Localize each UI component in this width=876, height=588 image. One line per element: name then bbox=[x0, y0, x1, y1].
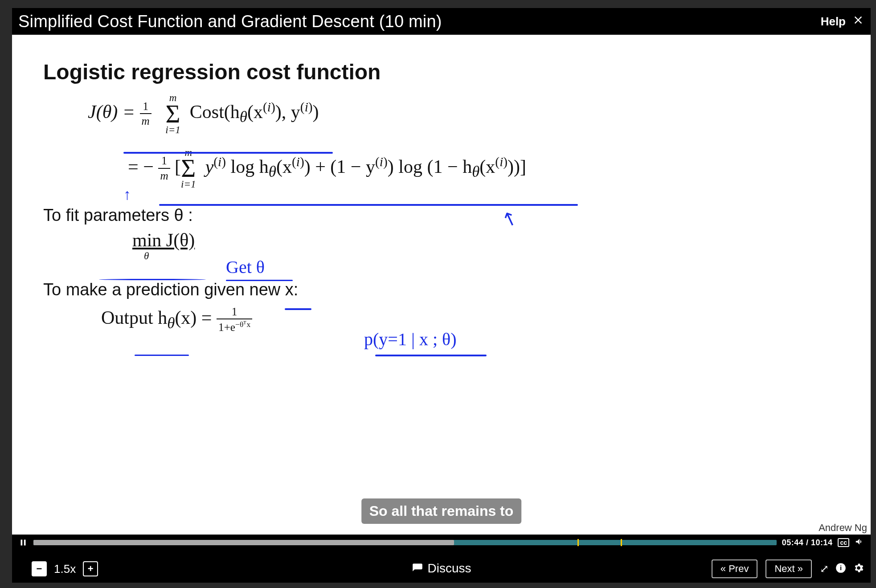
close-icon[interactable] bbox=[852, 14, 864, 29]
speed-decrease-button[interactable]: − bbox=[32, 561, 47, 576]
slide-attribution: Andrew Ng bbox=[819, 522, 867, 534]
speed-label: 1.5x bbox=[54, 562, 76, 576]
equation-1: J(θ) = 1m mΣi=1 Cost(hθ(x(i)), y(i)) bbox=[88, 93, 839, 135]
progress-marker bbox=[621, 539, 622, 546]
video-player: Simplified Cost Function and Gradient De… bbox=[12, 8, 871, 583]
titlebar-right: Help bbox=[821, 14, 864, 29]
progress-played bbox=[33, 540, 454, 545]
help-link[interactable]: Help bbox=[821, 15, 846, 29]
fullscreen-icon[interactable]: ⤢ bbox=[820, 563, 829, 575]
prev-button[interactable]: « Prev bbox=[712, 559, 758, 578]
slide-content: Logistic regression cost function J(θ) =… bbox=[12, 35, 871, 535]
annotation-line bbox=[159, 204, 578, 206]
pause-icon[interactable] bbox=[18, 538, 28, 547]
volume-icon[interactable] bbox=[855, 537, 864, 548]
annotation-line bbox=[375, 355, 487, 356]
output-expr: Output hθ(x) = 11+e−θᵀx bbox=[101, 305, 839, 335]
caption-box: So all that remains to bbox=[361, 498, 522, 524]
cc-toggle[interactable]: cc bbox=[838, 538, 849, 547]
annotation-arrow: ↑ bbox=[123, 186, 131, 203]
annotation-line bbox=[99, 279, 206, 280]
title-bar: Simplified Cost Function and Gradient De… bbox=[12, 8, 871, 35]
bottom-row: − 1.5x + Discuss « Prev Next » ⤢ i bbox=[18, 559, 864, 578]
speed-increase-button[interactable]: + bbox=[83, 561, 98, 576]
slide-heading: Logistic regression cost function bbox=[43, 60, 839, 84]
next-button[interactable]: Next » bbox=[765, 559, 812, 578]
time-display: 05:44 / 10:14 bbox=[782, 538, 833, 547]
fit-parameters-text: To fit parameters θ : bbox=[43, 206, 839, 225]
info-icon[interactable]: i bbox=[835, 562, 847, 576]
gear-icon[interactable] bbox=[853, 562, 864, 576]
equation-2: = − 1m [mΣi=1 y(i) log hθ(x(i)) + (1 − y… bbox=[128, 148, 839, 189]
predict-text: To make a prediction given new x: bbox=[43, 280, 839, 299]
speed-controls: − 1.5x + bbox=[32, 561, 98, 576]
video-title: Simplified Cost Function and Gradient De… bbox=[18, 12, 442, 31]
discuss-link[interactable]: Discuss bbox=[411, 561, 471, 576]
svg-text:i: i bbox=[840, 564, 842, 572]
annotation-line bbox=[135, 355, 189, 356]
annotation-get-theta: Get θ bbox=[226, 257, 265, 278]
nav-group: « Prev Next » ⤢ i bbox=[712, 559, 864, 578]
controls-bar: 05:44 / 10:14 cc − 1.5x + Discuss « Prev… bbox=[12, 535, 871, 583]
progress-row: 05:44 / 10:14 cc bbox=[18, 535, 864, 551]
video-viewport[interactable]: Logistic regression cost function J(θ) =… bbox=[12, 35, 871, 535]
right-icons: ⤢ i bbox=[820, 562, 864, 576]
progress-bar[interactable] bbox=[33, 540, 777, 545]
annotation-line bbox=[123, 152, 333, 154]
annotation-line bbox=[226, 280, 293, 281]
annotation-line bbox=[285, 308, 311, 310]
annotation-probability: p(y=1 | x ; θ) bbox=[364, 329, 456, 350]
progress-marker bbox=[577, 539, 579, 546]
